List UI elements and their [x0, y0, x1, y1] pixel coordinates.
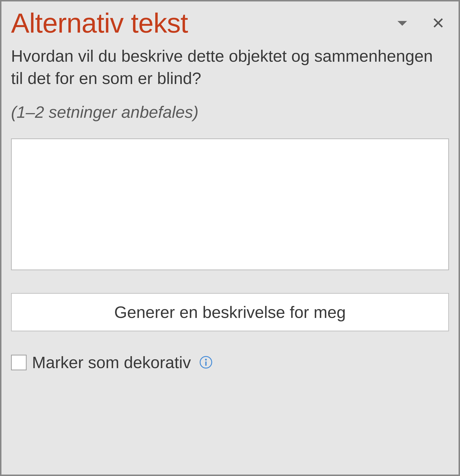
header-controls [396, 17, 449, 29]
pane-title: Alternativ tekst [11, 9, 188, 38]
decorative-info-button[interactable] [199, 355, 213, 370]
chevron-down-icon [397, 20, 407, 26]
mark-decorative-row: Marker som dekorativ [11, 353, 449, 372]
prompt-text: Hvordan vil du beskrive dette objektet o… [11, 45, 449, 90]
svg-point-4 [205, 359, 207, 360]
hint-text: (1–2 setninger anbefales) [11, 102, 449, 122]
alt-text-input[interactable] [11, 138, 449, 270]
info-icon [199, 356, 212, 369]
close-pane-button[interactable] [432, 17, 444, 29]
alt-text-pane: Alternativ tekst Hvordan vil du beskrive… [0, 0, 460, 476]
svg-marker-0 [397, 21, 407, 26]
pane-options-dropdown[interactable] [396, 17, 408, 29]
svg-rect-5 [205, 361, 207, 366]
generate-description-button[interactable]: Generer en beskrivelse for meg [11, 293, 449, 331]
mark-decorative-checkbox[interactable] [11, 355, 27, 370]
mark-decorative-label: Marker som dekorativ [32, 353, 191, 372]
close-icon [433, 17, 443, 29]
pane-header: Alternativ tekst [11, 9, 449, 38]
